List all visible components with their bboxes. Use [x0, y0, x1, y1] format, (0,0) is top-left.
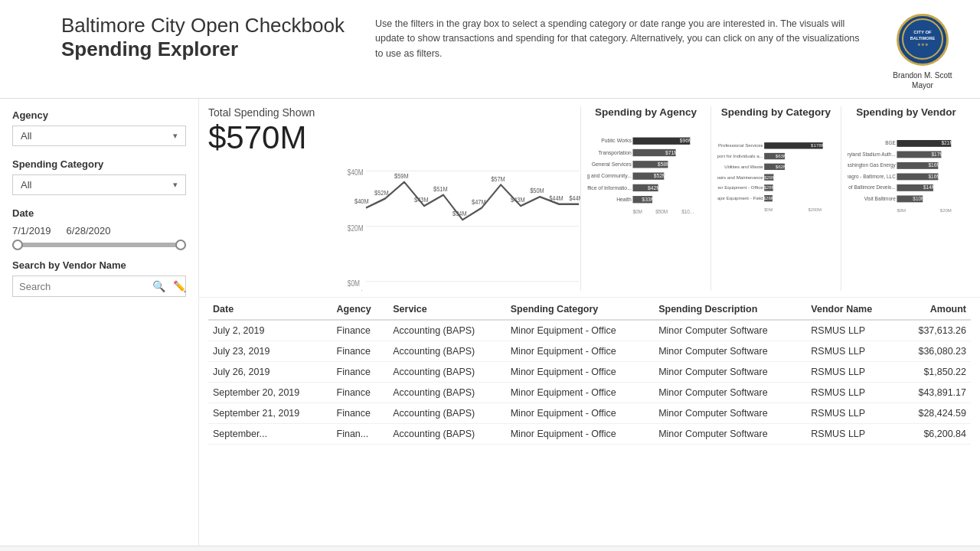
- table-body: July 2, 2019 Finance Accounting (BAPS) M…: [208, 320, 971, 445]
- table-scroll-container[interactable]: Date Agency Service Spending Category Sp…: [199, 298, 980, 546]
- svg-text:$0M: $0M: [348, 279, 360, 288]
- cell-date: September...: [208, 424, 332, 445]
- transactions-table: Date Agency Service Spending Category Sp…: [208, 298, 971, 445]
- slider-thumb-right[interactable]: [175, 240, 186, 250]
- col-date: Date: [208, 298, 332, 320]
- svg-text:$50M: $50M: [530, 186, 544, 194]
- cell-amount: $6,200.84: [897, 424, 971, 445]
- agency-value: All: [21, 130, 31, 142]
- svg-text:$16M: $16M: [928, 174, 940, 179]
- search-input[interactable]: [19, 281, 148, 292]
- date-end: 6/28/2020: [67, 225, 111, 236]
- cell-agency: Finance: [332, 320, 389, 341]
- svg-text:$96M: $96M: [680, 138, 693, 143]
- svg-text:$0M: $0M: [764, 207, 773, 212]
- line-chart-panel[interactable]: $0M $20M $40M $40M $52M $59M $43M $51M: [346, 106, 580, 291]
- col-agency: Agency: [332, 298, 389, 320]
- svg-text:$17M: $17M: [932, 152, 944, 157]
- table-row[interactable]: September... Finan... Accounting (BAPS) …: [208, 424, 971, 445]
- date-filter: Date 7/1/2019 6/28/2020: [12, 207, 186, 247]
- line-chart-svg: $0M $20M $40M $40M $52M $59M $43M $51M: [346, 106, 580, 291]
- search-vendor-label: Search by Vendor Name: [12, 259, 186, 271]
- svg-text:Public Works: Public Works: [601, 138, 632, 143]
- date-label: Date: [12, 207, 186, 219]
- spending-by-agency-panel[interactable]: Spending by Agency Public Works $96M Tra…: [580, 106, 710, 291]
- agency-chart-title: Spending by Agency: [587, 106, 704, 118]
- svg-text:$50M: $50M: [655, 209, 668, 214]
- table-row[interactable]: July 26, 2019 Finance Accounting (BAPS) …: [208, 362, 971, 383]
- svg-text:$59M: $59M: [394, 171, 409, 180]
- svg-text:$58M: $58M: [658, 161, 671, 167]
- svg-text:$14M: $14M: [923, 184, 936, 190]
- svg-text:Jan 2020: Jan 2020: [470, 289, 494, 291]
- svg-text:$34M: $34M: [452, 209, 467, 217]
- cell-vendor: RSMUS LLP: [806, 362, 897, 383]
- cell-agency: Finance: [332, 403, 389, 424]
- svg-text:Support for Individuals a...: Support for Individuals a...: [717, 153, 763, 158]
- cell-category: Minor Equipment - Office: [506, 362, 654, 383]
- spending-category-select[interactable]: All ▾: [12, 174, 186, 195]
- svg-text:$16M: $16M: [928, 162, 940, 168]
- category-chart-svg: Professional Services $178M Support for …: [717, 122, 835, 253]
- cell-date: September 20, 2019: [208, 383, 332, 403]
- agency-select[interactable]: All ▾: [12, 126, 186, 146]
- cell-amount: $1,850.22: [897, 362, 971, 383]
- table-area: Date Agency Service Spending Category Sp…: [199, 298, 980, 445]
- svg-text:City of Baltimore Develo...: City of Baltimore Develo...: [848, 184, 896, 191]
- bar-charts-row: Spending by Agency Public Works $96M Tra…: [580, 106, 971, 291]
- cell-amount: $43,891.17: [897, 383, 971, 403]
- svg-text:$40M: $40M: [354, 197, 369, 205]
- svg-text:★ ★ ★: ★ ★ ★: [917, 43, 929, 47]
- slider-thumb-left[interactable]: [12, 240, 23, 250]
- spending-category-value: All: [21, 179, 31, 191]
- cell-description: Minor Computer Software: [654, 403, 806, 424]
- cell-agency: Finance: [332, 341, 389, 362]
- cell-service: Accounting (BAPS): [388, 362, 505, 383]
- col-spending-category: Spending Category: [506, 298, 654, 320]
- svg-text:Mar 2020: Mar 2020: [508, 289, 533, 291]
- total-label: Total Spending Shown: [208, 106, 338, 119]
- svg-text:$63M: $63M: [776, 153, 787, 158]
- svg-text:$62M: $62M: [776, 164, 787, 169]
- svg-text:Minor Equipment - Office: Minor Equipment - Office: [717, 184, 763, 190]
- cell-date: July 23, 2019: [208, 341, 332, 362]
- slider-fill: [12, 243, 186, 247]
- svg-text:$10M: $10M: [913, 196, 925, 201]
- cell-amount: $37,613.26: [897, 320, 971, 341]
- logo-text: CITY OF BALTIMORE ★ ★ ★: [902, 18, 943, 61]
- table-row[interactable]: September 20, 2019 Finance Accounting (B…: [208, 383, 971, 403]
- cell-date: July 2, 2019: [208, 320, 332, 341]
- charts-area: Total Spending Shown $570M $0M $20M $40M: [199, 99, 980, 298]
- header-logo: CITY OF BALTIMORE ★ ★ ★ Brandon M. Scott…: [888, 14, 957, 90]
- svg-text:$44M: $44M: [569, 194, 580, 202]
- spending-by-category-panel[interactable]: Spending by Category Professional Servic…: [710, 106, 841, 291]
- cell-vendor: RSMUS LLP: [806, 403, 897, 424]
- table-row[interactable]: September 21, 2019 Finance Accounting (B…: [208, 403, 971, 424]
- svg-text:Washington Gas Energy: Washington Gas Energy: [848, 162, 897, 168]
- page-header: Baltimore City Open Checkbook Spending E…: [0, 0, 980, 99]
- date-slider-track[interactable]: [12, 243, 186, 247]
- cell-description: Minor Computer Software: [654, 341, 806, 362]
- spending-by-vendor-panel[interactable]: Spending by Vendor BGE $21M Maryland Sta…: [841, 106, 971, 291]
- svg-text:BGE: BGE: [885, 140, 896, 145]
- cell-description: Minor Computer Software: [654, 320, 806, 341]
- spending-category-label: Spending Category: [12, 158, 186, 170]
- svg-text:$52M: $52M: [654, 173, 667, 178]
- eraser-icon[interactable]: ✏️: [173, 280, 186, 292]
- agency-chart-svg: Public Works $96M Transportation $71M Ge…: [587, 122, 704, 253]
- table-row[interactable]: July 2, 2019 Finance Accounting (BAPS) M…: [208, 320, 971, 341]
- svg-text:$43M: $43M: [511, 195, 525, 204]
- svg-text:$42M: $42M: [648, 185, 661, 191]
- svg-text:Jul 2019: Jul 2019: [355, 289, 377, 291]
- spending-category-chevron-icon: ▾: [173, 180, 178, 190]
- content-area: Total Spending Shown $570M $0M $20M $40M: [199, 99, 980, 546]
- col-vendor-name: Vendor Name: [806, 298, 897, 320]
- cell-agency: Finance: [332, 362, 389, 383]
- svg-text:$57M: $57M: [491, 174, 505, 183]
- svg-text:$40M: $40M: [348, 168, 364, 177]
- svg-text:Repairs and Maintenance: Repairs and Maintenance: [717, 174, 763, 180]
- table-row[interactable]: July 23, 2019 Finance Accounting (BAPS) …: [208, 341, 971, 362]
- table-header: Date Agency Service Spending Category Sp…: [208, 298, 971, 320]
- cell-date: September 21, 2019: [208, 403, 332, 424]
- cell-service: Accounting (BAPS): [388, 341, 505, 362]
